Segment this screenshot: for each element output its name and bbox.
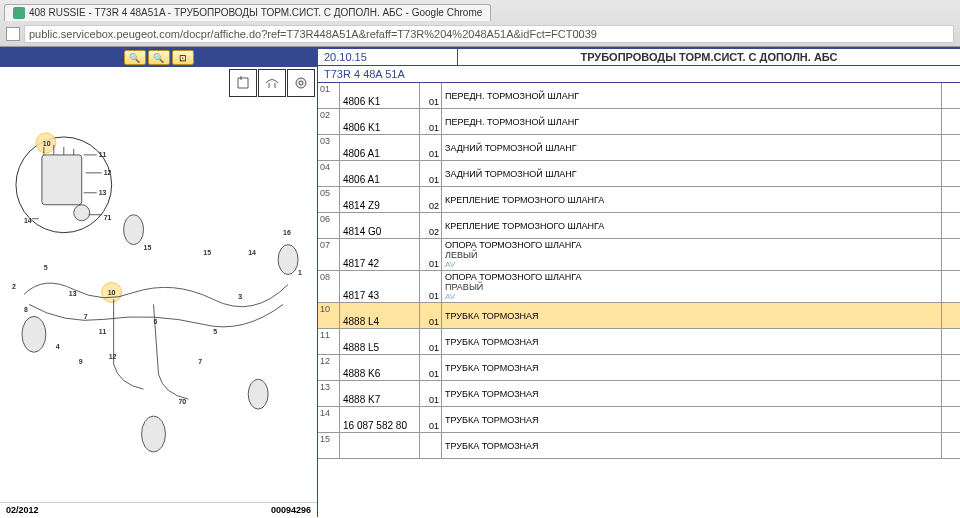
part-ref: 4888 K7: [340, 381, 420, 406]
part-qty: 01: [420, 239, 442, 270]
part-row[interactable]: 084817 4301ОПОРА ТОРМОЗНОГО ШЛАНГАПРАВЫЙ…: [318, 271, 960, 303]
zoom-fit-button[interactable]: ⊡: [172, 50, 194, 65]
part-row[interactable]: 104888 L401ТРУБКА ТОРМОЗНАЯ: [318, 303, 960, 329]
diagram-footer: 02/2012 00094296: [0, 502, 317, 517]
svg-point-17: [142, 416, 166, 452]
zoom-out-button[interactable]: 🔍: [148, 50, 170, 65]
part-desc: ПЕРЕДН. ТОРМОЗНОЙ ШЛАНГ: [442, 83, 942, 108]
header-ref: T73R 4 48A 51A: [318, 66, 960, 83]
thumb-1[interactable]: [229, 69, 257, 97]
part-desc: ТРУБКА ТОРМОЗНАЯ: [442, 329, 942, 354]
diagram-panel: 🔍 🔍 ⊡ 10 11 12 13 14 71: [0, 49, 318, 517]
part-row[interactable]: 054814 Z902КРЕПЛЕНИЕ ТОРМОЗНОГО ШЛАНГА: [318, 187, 960, 213]
part-num: 01: [318, 83, 340, 108]
part-desc: КРЕПЛЕНИЕ ТОРМОЗНОГО ШЛАНГА: [442, 187, 942, 212]
part-desc: ОПОРА ТОРМОЗНОГО ШЛАНГАЛЕВЫЙAV: [442, 239, 942, 270]
part-qty: 01: [420, 381, 442, 406]
part-ref: 4814 Z9: [340, 187, 420, 212]
part-qty: 01: [420, 271, 442, 302]
svg-text:3: 3: [238, 293, 242, 300]
part-ref: 4888 L4: [340, 303, 420, 328]
svg-point-0: [296, 78, 306, 88]
browser-tab[interactable]: 408 RUSSIE - T73R 4 48A51A - ТРУБОПРОВОД…: [4, 4, 491, 21]
diagram-toolbar: 🔍 🔍 ⊡: [0, 49, 317, 67]
svg-point-16: [278, 245, 298, 275]
parts-header: 20.10.15 ТРУБОПРОВОДЫ ТОРМ.СИСТ. С ДОПОЛ…: [318, 49, 960, 66]
part-row[interactable]: 014806 K101ПЕРЕДН. ТОРМОЗНОЙ ШЛАНГ: [318, 83, 960, 109]
part-ref: 4817 43: [340, 271, 420, 302]
part-row[interactable]: 064814 G002КРЕПЛЕНИЕ ТОРМОЗНОГО ШЛАНГА: [318, 213, 960, 239]
svg-text:6: 6: [154, 318, 158, 325]
thumb-2[interactable]: [258, 69, 286, 97]
part-qty: 01: [420, 109, 442, 134]
part-num: 03: [318, 135, 340, 160]
part-qty: 01: [420, 329, 442, 354]
tab-title: 408 RUSSIE - T73R 4 48A51A - ТРУБОПРОВОД…: [29, 7, 482, 18]
part-qty: 01: [420, 83, 442, 108]
part-desc: ЗАДНИЙ ТОРМОЗНОЙ ШЛАНГ: [442, 135, 942, 160]
part-num: 15: [318, 433, 340, 458]
part-desc: ОПОРА ТОРМОЗНОГО ШЛАНГАПРАВЫЙAV: [442, 271, 942, 302]
svg-text:70: 70: [178, 398, 186, 405]
part-num: 13: [318, 381, 340, 406]
part-qty: 01: [420, 303, 442, 328]
part-qty: [420, 433, 442, 458]
part-desc: ЗАДНИЙ ТОРМОЗНОЙ ШЛАНГ: [442, 161, 942, 186]
svg-text:5: 5: [44, 264, 48, 271]
browser-chrome: 408 RUSSIE - T73R 4 48A51A - ТРУБОПРОВОД…: [0, 0, 960, 47]
svg-text:14: 14: [24, 217, 32, 224]
part-row[interactable]: 034806 A101ЗАДНИЙ ТОРМОЗНОЙ ШЛАНГ: [318, 135, 960, 161]
svg-point-14: [22, 316, 46, 352]
part-row[interactable]: 114888 L501ТРУБКА ТОРМОЗНАЯ: [318, 329, 960, 355]
svg-text:7: 7: [198, 358, 202, 365]
diagram-date: 02/2012: [6, 505, 39, 515]
tab-favicon: [13, 7, 25, 19]
part-num: 06: [318, 213, 340, 238]
svg-rect-5: [42, 155, 82, 205]
url-input[interactable]: [24, 25, 954, 43]
svg-text:13: 13: [99, 189, 107, 196]
svg-point-18: [248, 379, 268, 409]
part-row[interactable]: 1416 087 582 8001ТРУБКА ТОРМОЗНАЯ: [318, 407, 960, 433]
part-desc: ПЕРЕДН. ТОРМОЗНОЙ ШЛАНГ: [442, 109, 942, 134]
part-num: 12: [318, 355, 340, 380]
part-num: 04: [318, 161, 340, 186]
part-ref: 4888 K6: [340, 355, 420, 380]
part-qty: 02: [420, 187, 442, 212]
svg-text:1: 1: [298, 269, 302, 276]
part-row[interactable]: 074817 4201ОПОРА ТОРМОЗНОГО ШЛАНГАЛЕВЫЙA…: [318, 239, 960, 271]
svg-text:9: 9: [79, 358, 83, 365]
thumb-3[interactable]: [287, 69, 315, 97]
part-desc: ТРУБКА ТОРМОЗНАЯ: [442, 381, 942, 406]
svg-text:5: 5: [213, 328, 217, 335]
svg-text:11: 11: [99, 151, 107, 158]
parts-table[interactable]: 014806 K101ПЕРЕДН. ТОРМОЗНОЙ ШЛАНГ024806…: [318, 83, 960, 517]
part-row[interactable]: 044806 A101ЗАДНИЙ ТОРМОЗНОЙ ШЛАНГ: [318, 161, 960, 187]
svg-text:13: 13: [69, 290, 77, 297]
svg-point-15: [124, 215, 144, 245]
part-row[interactable]: 134888 K701ТРУБКА ТОРМОЗНАЯ: [318, 381, 960, 407]
part-ref: 4806 K1: [340, 109, 420, 134]
svg-text:7: 7: [84, 313, 88, 320]
part-row[interactable]: 024806 K101ПЕРЕДН. ТОРМОЗНОЙ ШЛАНГ: [318, 109, 960, 135]
part-ref: 4817 42: [340, 239, 420, 270]
part-qty: 01: [420, 407, 442, 432]
diagram-area[interactable]: 10 11 12 13 14 71 10: [0, 67, 317, 502]
svg-text:16: 16: [283, 229, 291, 236]
part-row[interactable]: 124888 K601ТРУБКА ТОРМОЗНАЯ: [318, 355, 960, 381]
part-ref: 16 087 582 80: [340, 407, 420, 432]
svg-text:12: 12: [109, 353, 117, 360]
svg-text:12: 12: [104, 169, 112, 176]
zoom-in-button[interactable]: 🔍: [124, 50, 146, 65]
header-title: ТРУБОПРОВОДЫ ТОРМ.СИСТ. С ДОПОЛН. АБС: [458, 49, 960, 65]
part-row[interactable]: 15ТРУБКА ТОРМОЗНАЯ: [318, 433, 960, 459]
part-num: 11: [318, 329, 340, 354]
part-desc: ТРУБКА ТОРМОЗНАЯ: [442, 355, 942, 380]
part-qty: 02: [420, 213, 442, 238]
page-icon: [6, 27, 20, 41]
svg-text:11: 11: [99, 328, 107, 335]
svg-text:8: 8: [24, 306, 28, 313]
parts-panel: 20.10.15 ТРУБОПРОВОДЫ ТОРМ.СИСТ. С ДОПОЛ…: [318, 49, 960, 517]
header-date: 20.10.15: [318, 49, 458, 65]
svg-text:71: 71: [104, 214, 112, 221]
